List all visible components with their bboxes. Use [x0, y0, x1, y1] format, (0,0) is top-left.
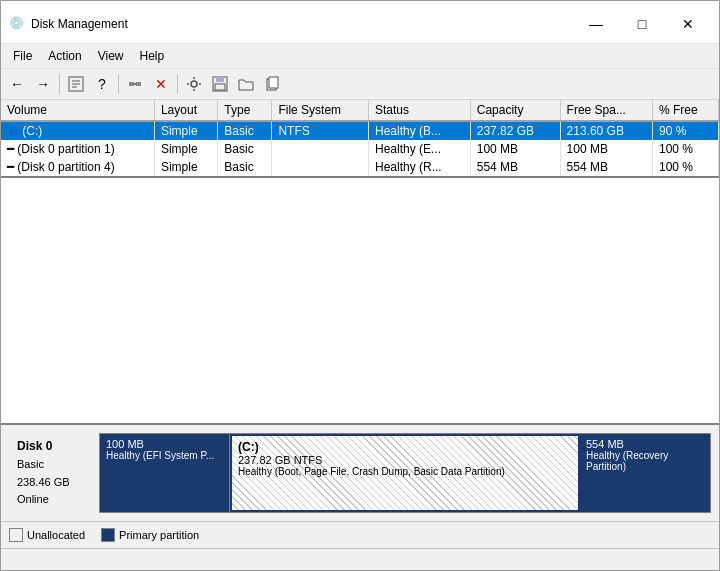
toolbar-separator-2 [118, 74, 119, 94]
cell-status: Healthy (E... [369, 140, 471, 158]
col-type[interactable]: Type [218, 100, 272, 121]
toolbar-settings[interactable] [182, 72, 206, 96]
svg-rect-10 [215, 84, 225, 90]
efi-size: 100 MB [106, 438, 223, 450]
legend-unallocated-label: Unallocated [27, 529, 85, 541]
legend-box-unallocated [9, 528, 23, 542]
menu-file[interactable]: File [5, 46, 40, 66]
table-area: Volume Layout Type File System Status Ca… [1, 100, 719, 178]
disk-type: Basic [17, 456, 91, 474]
status-bar [1, 548, 719, 570]
cell-layout: Simple [154, 140, 217, 158]
disk-name: Disk 0 [17, 437, 91, 456]
toolbar-forward[interactable]: → [31, 72, 55, 96]
cell-type: Basic [218, 121, 272, 140]
partition-icon: ━ [7, 142, 14, 156]
col-filesystem[interactable]: File System [272, 100, 369, 121]
disk-row: Disk 0 Basic 238.46 GB Online 100 MB Hea… [9, 433, 711, 513]
toolbar-back[interactable]: ← [5, 72, 29, 96]
legend-primary: Primary partition [101, 528, 199, 542]
legend-unallocated: Unallocated [9, 528, 85, 542]
cell-percentfree: 100 % [652, 158, 718, 176]
legend: Unallocated Primary partition [1, 521, 719, 548]
cell-capacity: 100 MB [470, 140, 560, 158]
col-status[interactable]: Status [369, 100, 471, 121]
title-bar-left: 💿 Disk Management [9, 16, 128, 32]
drive-icon: 🖥 [7, 124, 19, 138]
cell-percentfree: 90 % [652, 121, 718, 140]
cell-volume: 🖥 (C:) [1, 121, 154, 140]
legend-box-primary [101, 528, 115, 542]
cell-layout: Simple [154, 121, 217, 140]
toolbar-properties[interactable] [64, 72, 88, 96]
svg-rect-4 [129, 82, 134, 86]
partition-icon: ━ [7, 160, 14, 174]
cell-capacity: 237.82 GB [470, 121, 560, 140]
toolbar-separator-3 [177, 74, 178, 94]
system-size: 237.82 GB NTFS [238, 454, 572, 466]
title-bar: 💿 Disk Management — □ ✕ [1, 1, 719, 44]
menu-help[interactable]: Help [132, 46, 173, 66]
menu-bar: File Action View Help [1, 44, 719, 69]
minimize-button[interactable]: — [573, 9, 619, 39]
cell-freespace: 100 MB [560, 140, 652, 158]
toolbar-delete[interactable]: ✕ [149, 72, 173, 96]
legend-primary-label: Primary partition [119, 529, 199, 541]
app-icon: 💿 [9, 16, 25, 32]
toolbar-save[interactable] [208, 72, 232, 96]
cell-layout: Simple [154, 158, 217, 176]
col-percentfree[interactable]: % Free [652, 100, 718, 121]
close-button[interactable]: ✕ [665, 9, 711, 39]
disk-partitions: 100 MB Healthy (EFI System P... (C:) 237… [99, 433, 711, 513]
disk-label: Disk 0 Basic 238.46 GB Online [9, 433, 99, 513]
toolbar-copy[interactable] [260, 72, 284, 96]
disk-size: 238.46 GB [17, 474, 91, 492]
cell-freespace: 213.60 GB [560, 121, 652, 140]
table-row[interactable]: ━ (Disk 0 partition 4) Simple Basic Heal… [1, 158, 719, 176]
cell-percentfree: 100 % [652, 140, 718, 158]
menu-view[interactable]: View [90, 46, 132, 66]
cell-type: Basic [218, 158, 272, 176]
cell-type: Basic [218, 140, 272, 158]
system-status: Healthy (Boot, Page File, Crash Dump, Ba… [238, 466, 572, 477]
window-controls: — □ ✕ [573, 9, 711, 39]
svg-point-7 [191, 81, 197, 87]
cell-freespace: 554 MB [560, 158, 652, 176]
spacer [1, 178, 719, 423]
col-capacity[interactable]: Capacity [470, 100, 560, 121]
toolbar: ← → ? ✕ [1, 69, 719, 100]
table-row[interactable]: 🖥 (C:) Simple Basic NTFS Healthy (B... 2… [1, 121, 719, 140]
svg-rect-5 [136, 82, 141, 86]
disk-status: Online [17, 491, 91, 509]
col-layout[interactable]: Layout [154, 100, 217, 121]
toolbar-connect[interactable] [123, 72, 147, 96]
toolbar-open[interactable] [234, 72, 258, 96]
table-row[interactable]: ━ (Disk 0 partition 1) Simple Basic Heal… [1, 140, 719, 158]
recovery-size: 554 MB [586, 438, 704, 450]
recovery-status: Healthy (Recovery Partition) [586, 450, 704, 472]
window-title: Disk Management [31, 17, 128, 31]
cell-capacity: 554 MB [470, 158, 560, 176]
volumes-table: Volume Layout Type File System Status Ca… [1, 100, 719, 176]
cell-filesystem [272, 140, 369, 158]
cell-filesystem [272, 158, 369, 176]
svg-rect-9 [216, 77, 224, 82]
efi-status: Healthy (EFI System P... [106, 450, 223, 461]
system-name: (C:) [238, 440, 572, 454]
partition-recovery[interactable]: 554 MB Healthy (Recovery Partition) [580, 434, 710, 512]
col-freespace[interactable]: Free Spa... [560, 100, 652, 121]
menu-action[interactable]: Action [40, 46, 89, 66]
cell-status: Healthy (B... [369, 121, 471, 140]
col-volume[interactable]: Volume [1, 100, 154, 121]
cell-filesystem: NTFS [272, 121, 369, 140]
partition-efi[interactable]: 100 MB Healthy (EFI System P... [100, 434, 230, 512]
toolbar-help[interactable]: ? [90, 72, 114, 96]
svg-rect-12 [269, 77, 278, 88]
maximize-button[interactable]: □ [619, 9, 665, 39]
disk-view-area: Disk 0 Basic 238.46 GB Online 100 MB Hea… [1, 423, 719, 521]
toolbar-separator-1 [59, 74, 60, 94]
partition-system[interactable]: (C:) 237.82 GB NTFS Healthy (Boot, Page … [230, 434, 580, 512]
main-window: 💿 Disk Management — □ ✕ File Action View… [0, 0, 720, 571]
cell-status: Healthy (R... [369, 158, 471, 176]
main-content: Volume Layout Type File System Status Ca… [1, 100, 719, 548]
